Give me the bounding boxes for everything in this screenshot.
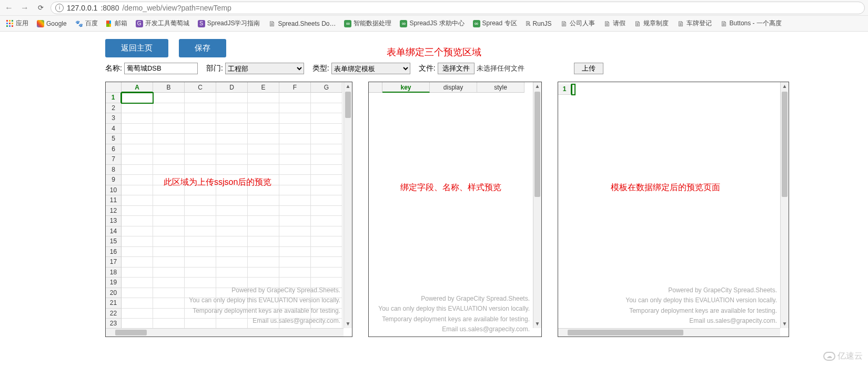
row-header[interactable]: 1 [558,84,572,95]
horizontal-scrollbar[interactable] [558,328,780,337]
bookmark-item[interactable]: 🗎公司人事 [557,18,598,29]
apps-icon [6,20,14,27]
row-headers[interactable]: 1234567891011121314151617181920212223 [106,93,122,329]
bookmark-item[interactable]: 🐾百度 [72,18,101,29]
bookmark-item[interactable]: ∞智能数据处理 [341,18,395,29]
address-bar[interactable]: i 127.0.0.1:8080/demo_web/view?path=newT… [51,2,865,14]
sheets-row: ABCDEFG 12345678910111213141516171819202… [0,74,868,337]
row-header[interactable]: 16 [106,247,122,258]
sheet-preview-3: 1 ▲▼ 模板在数据绑定后的预览页面 Powered by GrapeCity … [558,82,789,337]
row-headers[interactable]: 1 [558,84,572,95]
sheet-corner[interactable] [106,82,122,93]
tool-icon: ∞ [473,20,480,27]
forward-icon[interactable]: → [19,2,31,14]
file-label: 文件: [419,64,436,73]
form-row: 表单绑定三个预览区域 名称: 部门: 工程部 类型: 表单绑定模板 文件: 选择… [0,63,868,74]
cloud-icon: ☁ [823,352,835,361]
row-header[interactable]: 21 [106,298,122,309]
row-header[interactable]: 12 [106,206,122,216]
row-header[interactable]: 5 [106,134,122,144]
footer-text: 亿速云 [837,351,863,362]
back-home-button[interactable]: 返回主页 [105,39,168,57]
row-header[interactable]: 4 [106,124,122,134]
file-icon: 🗎 [268,19,276,28]
tool-icon: ∞ [344,20,351,27]
type-select[interactable]: 表单绑定模板 [331,63,410,74]
column-header[interactable]: G [311,82,342,93]
url-path: /demo_web/view?path=newTemp [122,4,231,12]
column-header[interactable]: A [122,82,153,93]
row-header[interactable]: 9 [106,175,122,185]
row-header[interactable]: 22 [106,309,122,319]
column-header[interactable]: D [216,82,248,93]
sheet-corner[interactable] [369,82,382,93]
choose-file-button[interactable]: 选择文件 [438,63,475,74]
tool-icon: G [136,20,143,27]
bookmark-item[interactable]: Google [34,19,70,28]
footer-logo: ☁ 亿速云 [823,351,863,362]
row-header[interactable]: 3 [106,113,122,124]
upload-button[interactable]: 上传 [574,63,603,74]
column-headers[interactable]: keydisplaystyle [382,82,524,93]
bookmark-item[interactable]: ∞Spread 专区 [470,18,520,29]
ms-icon [106,21,113,27]
dept-select[interactable]: 工程部 [225,63,304,74]
row-header[interactable]: 7 [106,154,122,165]
column-header[interactable]: C [185,82,216,93]
row-header[interactable]: 6 [106,144,122,155]
column-header[interactable]: display [430,82,477,93]
column-header[interactable]: E [248,82,279,93]
sheet-preview-2: keydisplaystyle ▲▼ 绑定字段、名称、样式预览 Powered … [368,82,542,337]
column-header[interactable]: style [477,82,524,93]
row-header[interactable]: 2 [106,103,122,114]
horizontal-scrollbar[interactable] [106,328,344,337]
page-content: 返回主页 保存 表单绑定三个预览区域 名称: 部门: 工程部 类型: 表单绑定模… [0,32,868,337]
row-header[interactable]: 13 [106,216,122,226]
bookmark-item[interactable]: 🗎Spread.Sheets Do… [265,18,339,29]
sheet-preview-1: ABCDEFG 12345678910111213141516171819202… [105,82,352,337]
row-header[interactable]: 23 [106,319,122,329]
bookmark-item[interactable]: 邮箱 [103,18,130,29]
vertical-scrollbar[interactable]: ▲▼ [344,82,352,328]
name-input[interactable] [124,63,198,74]
row-header[interactable]: 19 [106,278,122,288]
row-header[interactable]: 1 [106,93,122,103]
bookmark-item[interactable]: ℝRunJS [522,19,555,28]
bookmark-item[interactable]: 🗎规章制度 [631,18,672,29]
file-hint: 未选择任何文件 [477,64,524,73]
runjs-icon: ℝ [526,20,531,27]
row-header[interactable]: 11 [106,195,122,206]
row-header[interactable]: 10 [106,185,122,196]
column-header[interactable]: key [382,82,430,93]
bookmark-item[interactable]: 🗎车牌登记 [674,18,715,29]
save-button[interactable]: 保存 [179,39,226,57]
reload-icon[interactable]: ⟳ [35,2,46,14]
row-header[interactable]: 8 [106,165,122,175]
annotation-title: 表单绑定三个预览区域 [387,46,481,58]
vertical-scrollbar[interactable]: ▲▼ [533,82,541,328]
column-header[interactable]: B [153,82,185,93]
row-header[interactable]: 18 [106,268,122,278]
row-header[interactable]: 17 [106,257,122,268]
row-header[interactable]: 20 [106,288,122,299]
back-icon[interactable]: ← [3,2,15,14]
file-icon: 🗎 [720,19,728,28]
column-headers[interactable]: ABCDEFG [122,82,342,93]
row-header[interactable]: 15 [106,236,122,247]
bookmark-item[interactable]: 🗎请假 [600,18,629,29]
bookmark-item[interactable]: 🗎Buttons - 一个高度 [717,18,785,29]
bookmarks-bar: 应用 Google 🐾百度 邮箱 G开发工具葡萄城 SSpreadJS学习指南 … [0,16,868,32]
row-header[interactable]: 14 [106,226,122,237]
url-host: 127.0.0.1 [67,4,97,12]
file-icon: 🗎 [634,19,641,28]
bookmark-item[interactable]: SSpreadJS学习指南 [195,18,264,29]
bookmark-item[interactable]: G开发工具葡萄城 [133,18,193,29]
selected-cell[interactable] [572,84,575,95]
cell-grid[interactable] [122,93,342,329]
vertical-scrollbar[interactable]: ▲▼ [780,82,789,328]
column-header[interactable]: F [279,82,311,93]
bookmark-item[interactable]: ∞SpreadJS 求助中心 [397,18,467,29]
apps-button[interactable]: 应用 [3,18,32,29]
site-info-icon[interactable]: i [55,4,64,12]
selected-cell[interactable] [122,93,153,103]
